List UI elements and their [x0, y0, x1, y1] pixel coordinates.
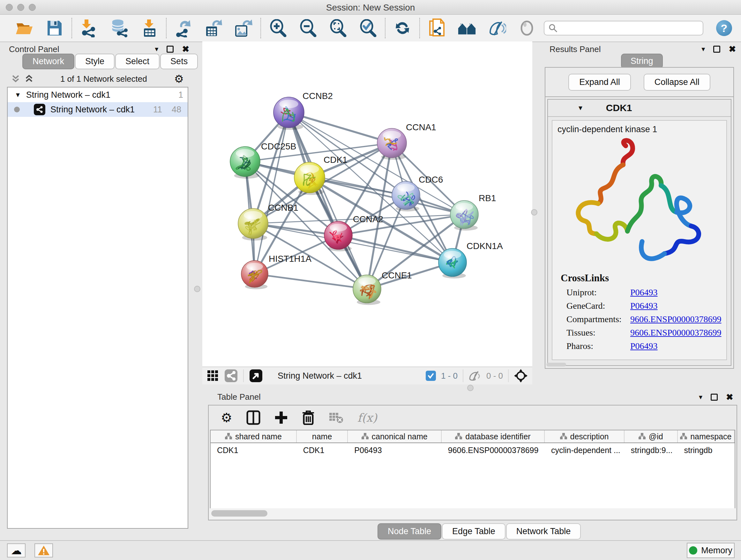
network-node-CCNA2[interactable]: [324, 221, 352, 251]
column-header-shared-name[interactable]: shared name: [211, 430, 297, 442]
network-node-CDKN1A[interactable]: [439, 248, 467, 278]
results-panel-float-icon[interactable]: ▾: [701, 45, 705, 53]
tab-style[interactable]: Style: [75, 54, 115, 69]
show-columns-icon[interactable]: [246, 410, 260, 425]
collection-expander-icon[interactable]: ▼: [15, 91, 21, 99]
node-table[interactable]: shared namenamecanonical namedatabase id…: [210, 430, 735, 511]
export-table-button[interactable]: [204, 19, 223, 37]
glass-effect-button[interactable]: [518, 19, 536, 37]
crosslink-link[interactable]: 9606.ENSP00000378699: [630, 314, 721, 324]
collapse-all-button[interactable]: Collapse All: [644, 74, 711, 91]
import-network-database-button[interactable]: [110, 19, 128, 37]
warnings-button[interactable]: [35, 543, 53, 557]
right-splitter-handle[interactable]: [531, 209, 537, 215]
table-panel-maximize-icon[interactable]: [711, 394, 718, 401]
cloud-status-button[interactable]: ☁: [7, 543, 25, 557]
delete-column-icon[interactable]: [302, 410, 315, 425]
string-home-button[interactable]: [458, 19, 476, 37]
tab-edge-table[interactable]: Edge Table: [442, 523, 506, 540]
crosslink-link[interactable]: 9606.ENSP00000378699: [630, 327, 721, 338]
control-panel-maximize-icon[interactable]: [166, 46, 174, 53]
table-cell[interactable]: CDK1: [297, 443, 348, 457]
function-builder-icon[interactable]: f(x): [357, 411, 377, 424]
table-hscrollbar[interactable]: [209, 508, 736, 519]
network-canvas[interactable]: CCNB2CCNA1CDC25BCDK1CDC6RB1CCNB1CCNA2CDK…: [202, 42, 532, 367]
column-header-canonical-name[interactable]: canonical name: [348, 430, 442, 442]
search-input[interactable]: [558, 23, 698, 33]
table-cell[interactable]: P06493: [348, 443, 441, 457]
column-header-name[interactable]: name: [297, 430, 348, 442]
birds-eye-toggle-icon[interactable]: [514, 369, 528, 383]
network-node-CCNB1[interactable]: [238, 208, 268, 241]
table-cell[interactable]: CDK1: [211, 443, 297, 457]
network-node-CDC6[interactable]: [392, 181, 420, 211]
network-options-gear-icon[interactable]: ⚙: [174, 73, 184, 84]
edge-CCNA2-CDKN1A[interactable]: [338, 235, 453, 262]
table-cell[interactable]: cyclin-dependent ...: [545, 443, 624, 457]
gene-section-header[interactable]: ▼ CDK1: [548, 100, 731, 117]
table-options-gear-icon[interactable]: ⚙: [221, 411, 232, 424]
control-panel-close-icon[interactable]: ✖: [182, 44, 189, 54]
results-panel-close-icon[interactable]: ✖: [729, 44, 736, 54]
column-header-database-identifier[interactable]: database identifier: [442, 430, 545, 442]
tab-network-table[interactable]: Network Table: [506, 523, 581, 540]
left-splitter-handle[interactable]: [194, 286, 200, 292]
save-session-button[interactable]: [45, 19, 64, 37]
memory-button[interactable]: Memory: [687, 543, 735, 558]
string-document-button[interactable]: [428, 19, 446, 37]
add-column-icon[interactable]: [274, 411, 288, 424]
new-window-icon[interactable]: [250, 369, 262, 382]
network-row[interactable]: String Network – cdk1 11 48: [8, 102, 188, 117]
network-node-CDC25B[interactable]: [230, 146, 260, 179]
results-panel-maximize-icon[interactable]: [713, 46, 720, 53]
zoom-out-button[interactable]: [299, 19, 317, 37]
help-button[interactable]: ?: [716, 20, 732, 36]
expand-all-button[interactable]: Expand All: [568, 74, 631, 91]
zoom-fit-button[interactable]: [329, 19, 347, 37]
tab-network[interactable]: Network: [22, 54, 74, 69]
edge-CCNB2-HIST1H1A[interactable]: [255, 112, 289, 274]
edge-HIST1H1A-CCNE1[interactable]: [255, 274, 367, 289]
refresh-layout-button[interactable]: [393, 19, 412, 37]
network-overview-icon[interactable]: [225, 369, 238, 382]
network-node-CCNA1[interactable]: [377, 128, 407, 160]
table-panel-float-icon[interactable]: ▾: [699, 393, 702, 401]
control-panel-float-icon[interactable]: ▾: [155, 45, 158, 53]
table-hscrollbar-thumb[interactable]: [211, 510, 267, 516]
enhanced-labels-button[interactable]: [488, 19, 506, 37]
table-cell[interactable]: 9606.ENSP00000378699: [442, 443, 545, 457]
zoom-in-button[interactable]: [269, 19, 287, 37]
column-header-id[interactable]: @id: [624, 430, 678, 442]
import-network-file-button[interactable]: [80, 19, 98, 37]
network-collection-row[interactable]: ▼ String Network – cdk1 1: [8, 87, 188, 102]
search-box[interactable]: [544, 21, 703, 36]
edge-CCNB2-CCNA1[interactable]: [289, 112, 392, 143]
expand-all-icon[interactable]: [25, 74, 33, 83]
table-cell[interactable]: stringdb: [677, 443, 735, 457]
bottom-splitter-handle[interactable]: [467, 385, 474, 391]
tab-select[interactable]: Select: [115, 54, 159, 69]
table-panel-close-icon[interactable]: ✖: [726, 392, 733, 402]
delete-table-icon[interactable]: [329, 412, 343, 424]
tab-node-table[interactable]: Node Table: [378, 523, 441, 540]
results-panel-hscrollbar[interactable]: [546, 363, 566, 367]
tab-string[interactable]: String: [621, 54, 663, 69]
network-node-HIST1H1A[interactable]: [241, 260, 268, 289]
export-image-button[interactable]: [234, 19, 253, 37]
tab-sets[interactable]: Sets: [160, 54, 198, 69]
column-header-namespace[interactable]: namespace: [678, 430, 735, 442]
zoom-selected-button[interactable]: [359, 19, 377, 37]
gene-expander-icon[interactable]: ▼: [577, 105, 584, 112]
crosslink-link[interactable]: P06493: [630, 341, 658, 351]
network-node-CDK1[interactable]: [294, 162, 325, 195]
crosslink-link[interactable]: P06493: [630, 301, 658, 311]
open-session-button[interactable]: [15, 19, 34, 37]
table-cell[interactable]: stringdb:9...: [624, 443, 678, 457]
network-node-RB1[interactable]: [450, 200, 478, 231]
column-header-description[interactable]: description: [545, 430, 624, 442]
network-node-CCNE1[interactable]: [353, 275, 381, 305]
export-network-button[interactable]: [174, 19, 193, 37]
import-table-button[interactable]: [140, 19, 158, 37]
selected-checkbox[interactable]: [426, 371, 436, 381]
crosslink-link[interactable]: P06493: [630, 287, 658, 298]
